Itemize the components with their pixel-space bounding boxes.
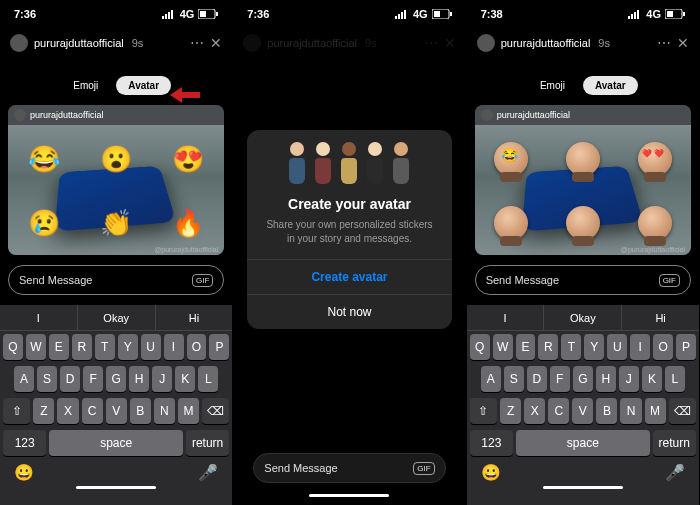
- more-icon[interactable]: ⋯: [190, 35, 204, 51]
- key-numeric[interactable]: 123: [3, 430, 46, 456]
- emoji-keyboard-icon[interactable]: 😀: [481, 463, 501, 482]
- key-j[interactable]: J: [152, 366, 172, 392]
- key-c[interactable]: C: [82, 398, 103, 424]
- key-shift[interactable]: ⇧: [470, 398, 497, 424]
- tab-avatar[interactable]: Avatar: [116, 76, 171, 95]
- avatar-reaction-clap[interactable]: [566, 206, 600, 240]
- key-backspace[interactable]: ⌫: [669, 398, 696, 424]
- key-b[interactable]: B: [130, 398, 151, 424]
- key-x[interactable]: X: [524, 398, 545, 424]
- key-m[interactable]: M: [178, 398, 199, 424]
- tab-avatar[interactable]: Avatar: [583, 76, 638, 95]
- key-k[interactable]: K: [175, 366, 195, 392]
- key-return[interactable]: return: [186, 430, 229, 456]
- not-now-button[interactable]: Not now: [247, 294, 451, 329]
- avatar[interactable]: [10, 34, 28, 52]
- suggestion[interactable]: Hi: [622, 305, 699, 330]
- key-c[interactable]: C: [548, 398, 569, 424]
- key-q[interactable]: Q: [3, 334, 23, 360]
- reaction-emoji[interactable]: 🔥: [172, 208, 204, 239]
- key-i[interactable]: I: [630, 334, 650, 360]
- key-n[interactable]: N: [154, 398, 175, 424]
- key-p[interactable]: P: [676, 334, 696, 360]
- reaction-emoji[interactable]: 😮: [100, 144, 132, 175]
- reaction-emoji[interactable]: 😂: [28, 144, 60, 175]
- gif-button[interactable]: GIF: [659, 274, 680, 287]
- more-icon[interactable]: ⋯: [657, 35, 671, 51]
- key-a[interactable]: A: [14, 366, 34, 392]
- reaction-emoji[interactable]: 👏: [100, 208, 132, 239]
- avatar-reaction-laugh[interactable]: [494, 142, 528, 176]
- key-s[interactable]: S: [37, 366, 57, 392]
- key-backspace[interactable]: ⌫: [202, 398, 229, 424]
- key-f[interactable]: F: [83, 366, 103, 392]
- key-space[interactable]: space: [49, 430, 183, 456]
- suggestion[interactable]: I: [0, 305, 78, 330]
- key-z[interactable]: Z: [33, 398, 54, 424]
- key-o[interactable]: O: [187, 334, 207, 360]
- gif-button[interactable]: GIF: [192, 274, 213, 287]
- gif-button[interactable]: GIF: [413, 462, 434, 475]
- close-icon[interactable]: ✕: [210, 35, 222, 51]
- home-indicator[interactable]: [76, 486, 156, 489]
- emoji-keyboard-icon[interactable]: 😀: [14, 463, 34, 482]
- key-y[interactable]: Y: [118, 334, 138, 360]
- key-a[interactable]: A: [481, 366, 501, 392]
- key-r[interactable]: R: [72, 334, 92, 360]
- send-message-input[interactable]: Send Message GIF: [253, 453, 445, 483]
- avatar[interactable]: [477, 34, 495, 52]
- dictation-icon[interactable]: 🎤: [198, 463, 218, 482]
- key-t[interactable]: T: [95, 334, 115, 360]
- key-h[interactable]: H: [596, 366, 616, 392]
- key-q[interactable]: Q: [470, 334, 490, 360]
- key-p[interactable]: P: [209, 334, 229, 360]
- send-message-input[interactable]: Send Message GIF: [475, 265, 691, 295]
- avatar-reaction-cry[interactable]: [494, 206, 528, 240]
- key-w[interactable]: W: [26, 334, 46, 360]
- key-v[interactable]: V: [572, 398, 593, 424]
- suggestion[interactable]: Okay: [78, 305, 156, 330]
- key-space[interactable]: space: [516, 430, 650, 456]
- key-numeric[interactable]: 123: [470, 430, 513, 456]
- key-return[interactable]: return: [653, 430, 696, 456]
- home-indicator[interactable]: [543, 486, 623, 489]
- key-w[interactable]: W: [493, 334, 513, 360]
- key-r[interactable]: R: [538, 334, 558, 360]
- home-indicator[interactable]: [309, 494, 389, 497]
- create-avatar-button[interactable]: Create avatar: [247, 259, 451, 294]
- tab-emoji[interactable]: Emoji: [528, 76, 577, 95]
- avatar-reaction-heart-eyes[interactable]: [638, 142, 672, 176]
- key-v[interactable]: V: [106, 398, 127, 424]
- username[interactable]: pururajduttaofficial: [34, 37, 124, 49]
- key-m[interactable]: M: [645, 398, 666, 424]
- avatar-reaction-shocked[interactable]: [566, 142, 600, 176]
- key-e[interactable]: E: [516, 334, 536, 360]
- send-message-input[interactable]: Send Message GIF: [8, 265, 224, 295]
- reaction-emoji[interactable]: 😢: [28, 208, 60, 239]
- tab-emoji[interactable]: Emoji: [61, 76, 110, 95]
- story-content[interactable]: pururajduttaofficial 😂 😮 😍 😢 👏 🔥 @purura…: [8, 105, 224, 255]
- key-o[interactable]: O: [653, 334, 673, 360]
- close-icon[interactable]: ✕: [677, 35, 689, 51]
- key-x[interactable]: X: [57, 398, 78, 424]
- story-content[interactable]: pururajduttaofficial @pururajduttaoffici…: [475, 105, 691, 255]
- key-b[interactable]: B: [596, 398, 617, 424]
- key-s[interactable]: S: [504, 366, 524, 392]
- key-j[interactable]: J: [619, 366, 639, 392]
- key-i[interactable]: I: [164, 334, 184, 360]
- key-l[interactable]: L: [198, 366, 218, 392]
- dictation-icon[interactable]: 🎤: [665, 463, 685, 482]
- key-t[interactable]: T: [561, 334, 581, 360]
- reaction-emoji[interactable]: 😍: [172, 144, 204, 175]
- suggestion[interactable]: I: [467, 305, 545, 330]
- suggestion[interactable]: Okay: [544, 305, 622, 330]
- key-u[interactable]: U: [141, 334, 161, 360]
- username[interactable]: pururajduttaofficial: [501, 37, 591, 49]
- suggestion[interactable]: Hi: [156, 305, 233, 330]
- key-k[interactable]: K: [642, 366, 662, 392]
- key-u[interactable]: U: [607, 334, 627, 360]
- key-d[interactable]: D: [60, 366, 80, 392]
- key-n[interactable]: N: [620, 398, 641, 424]
- key-e[interactable]: E: [49, 334, 69, 360]
- avatar-reaction-cheer[interactable]: [638, 206, 672, 240]
